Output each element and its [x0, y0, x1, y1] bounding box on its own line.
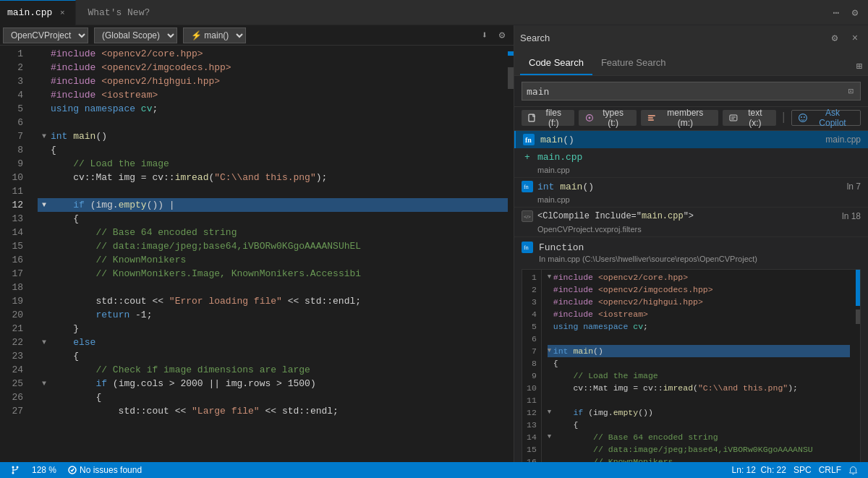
code-line: // data:image/jpeg;base64,iVBORw0KGgoAAA…	[38, 239, 508, 253]
split-editor-button[interactable]: ⋯	[829, 5, 843, 20]
code-line-12: ▼ if (img.empty()) |	[38, 198, 508, 212]
result-group-1: + main.cpp main.cpp	[514, 148, 868, 178]
result-group-header-3[interactable]: </> <ClCompile Include="main.cpp"> ln 18	[514, 208, 868, 225]
members-icon	[647, 114, 656, 122]
filter-types[interactable]: types (t:)	[579, 110, 637, 126]
tab-code-search[interactable]: Code Search	[520, 51, 592, 75]
tab-feature-search[interactable]: Feature Search	[592, 51, 675, 75]
expand-button[interactable]: ⬇	[477, 28, 492, 43]
filter-members[interactable]: members (m:)	[641, 110, 719, 126]
line-numbers: 1 2 3 4 5 6 7 8 9 10 11 12 13 14 15 16 1	[0, 46, 35, 462]
fold-arrow-22[interactable]: ▼	[38, 336, 51, 349]
result-main-file: main.cpp	[825, 135, 861, 145]
code-line: }	[38, 322, 508, 336]
tab-actions: ⋯ ⚙	[823, 5, 868, 20]
svg-rect-5	[648, 119, 654, 121]
result-line-num-3: ln 18	[842, 211, 861, 221]
zoom-indicator[interactable]: 128 %	[29, 462, 59, 478]
result-group-header-2[interactable]: fn int main() ln 7	[514, 178, 868, 195]
scope-selector[interactable]: (Global Scope)	[94, 27, 177, 43]
search-input[interactable]	[527, 86, 846, 97]
tab-main-cpp-label: main.cpp	[7, 7, 52, 18]
code-line: #include <opencv2/imgcodecs.hpp>	[38, 61, 508, 74]
code-line: #include <iostream>	[38, 88, 508, 102]
branch-indicator[interactable]	[7, 462, 23, 478]
search-panel-title: Search	[520, 33, 550, 43]
code-line: // Load the image	[38, 157, 508, 171]
code-line	[38, 281, 508, 294]
preview-header: fn Function	[514, 237, 868, 255]
bell-icon	[848, 466, 858, 475]
no-errors-icon	[68, 466, 77, 474]
svg-point-8	[801, 116, 802, 118]
result-group-label-2: int main()	[537, 182, 843, 192]
fold-arrow-7[interactable]: ▼	[38, 129, 51, 143]
mini-scrollbar[interactable]	[856, 270, 860, 462]
filter-text[interactable]: text (x:)	[723, 110, 775, 126]
filter-separator: |	[780, 111, 788, 124]
filter-bar: files (f:) types (t:) members (m:)	[514, 107, 868, 131]
result-item-main-func[interactable]: fn main() main.cpp	[514, 131, 868, 148]
mini-line-numbers: 123456789101112131415161718	[522, 270, 542, 462]
result-group-header-1[interactable]: + main.cpp	[514, 148, 868, 166]
function-selector[interactable]: ⚡ main()	[183, 27, 246, 43]
tab-whats-new[interactable]: What's New?	[76, 0, 161, 25]
fold-arrow-25[interactable]: ▼	[38, 377, 51, 390]
bell-button[interactable]	[846, 462, 861, 478]
tab-bar: main.cpp × What's New? ⋯ ⚙	[0, 0, 868, 25]
settings-button[interactable]: ⚙	[495, 28, 509, 43]
search-tab-icon[interactable]: ⊞	[856, 60, 862, 75]
mini-code-preview: 123456789101112131415161718 ▼#include <o…	[522, 269, 861, 462]
project-selector[interactable]: OpenCVProject	[3, 27, 88, 43]
result-group-sublabel-1: main.cpp	[514, 166, 868, 177]
search-panel-options[interactable]: ⚙	[827, 31, 842, 46]
code-line: return -1;	[38, 308, 508, 322]
main-content: OpenCVProject (Global Scope) ⚡ main() ⬇ …	[0, 25, 868, 462]
preview-func-icon-svg: fn	[523, 243, 532, 252]
svg-rect-0	[529, 114, 535, 121]
code-line: ▼ if (img.cols > 2000 || img.rows > 1500…	[38, 377, 508, 390]
svg-text:fn: fn	[524, 184, 529, 190]
ask-copilot-button[interactable]: Ask Copilot	[791, 110, 861, 126]
status-bar: 128 % No issues found Ln: 12 Ch: 22 SPC …	[0, 462, 868, 478]
encoding-indicator[interactable]: CRLF	[816, 462, 844, 478]
code-line: // KnownMonikers.Image, KnownMonikers.Ac…	[38, 267, 508, 281]
editor-scrollbar[interactable]	[508, 46, 514, 462]
cursor-position[interactable]: Ln: 12 Ch: 22	[729, 462, 789, 478]
zoom-label: 128 %	[32, 465, 56, 475]
add-file-icon: +	[522, 151, 533, 163]
mini-code-lines: ▼#include <opencv2/core.hpp> #include <o…	[542, 270, 856, 462]
preview-func-icon: fn	[522, 242, 533, 253]
error-indicator[interactable]: No issues found	[65, 462, 145, 478]
result-group-sublabel-3: OpenCVProject.vcxproj.filters	[514, 225, 868, 236]
code-line: {	[38, 390, 508, 404]
search-panel-close[interactable]: ×	[848, 31, 862, 46]
filter-files[interactable]: files (f:)	[522, 110, 574, 126]
ask-copilot-label: Ask Copilot	[811, 108, 854, 128]
code-line	[38, 116, 508, 129]
search-input-area: ⊡	[514, 76, 868, 107]
result-group-3: </> <ClCompile Include="main.cpp"> ln 18…	[514, 208, 868, 237]
issues-label: No issues found	[80, 465, 142, 475]
code-line: ▼ else	[38, 336, 508, 349]
file-icon	[528, 114, 537, 122]
filter-members-label: members (m:)	[659, 108, 712, 128]
search-layout-button[interactable]: ⊡	[846, 86, 856, 97]
code-line: // Check if image dimensions are large	[38, 363, 508, 377]
result-group-sublabel-2: main.cpp	[514, 195, 868, 207]
text-icon	[729, 114, 738, 122]
svg-rect-4	[648, 117, 653, 119]
layout-button[interactable]: ⚙	[848, 5, 862, 20]
tab-close-icon[interactable]: ×	[56, 7, 68, 19]
fold-arrow-12[interactable]: ▼	[38, 198, 51, 212]
tab-main-cpp[interactable]: main.cpp ×	[0, 0, 76, 25]
function-small-icon: fn	[523, 182, 532, 191]
clcompile-icon: </>	[522, 210, 533, 222]
code-line: {	[38, 212, 508, 226]
search-input-wrapper: ⊡	[522, 82, 861, 101]
code-view[interactable]: 1 2 3 4 5 6 7 8 9 10 11 12 13 14 15 16 1	[0, 46, 508, 462]
space-indicator[interactable]: SPC	[791, 462, 814, 478]
result-group-label-3: <ClCompile Include="main.cpp">	[537, 211, 838, 221]
search-results[interactable]: fn main() main.cpp + main.cpp main.cpp	[514, 131, 868, 462]
encoding-label: CRLF	[819, 465, 841, 475]
